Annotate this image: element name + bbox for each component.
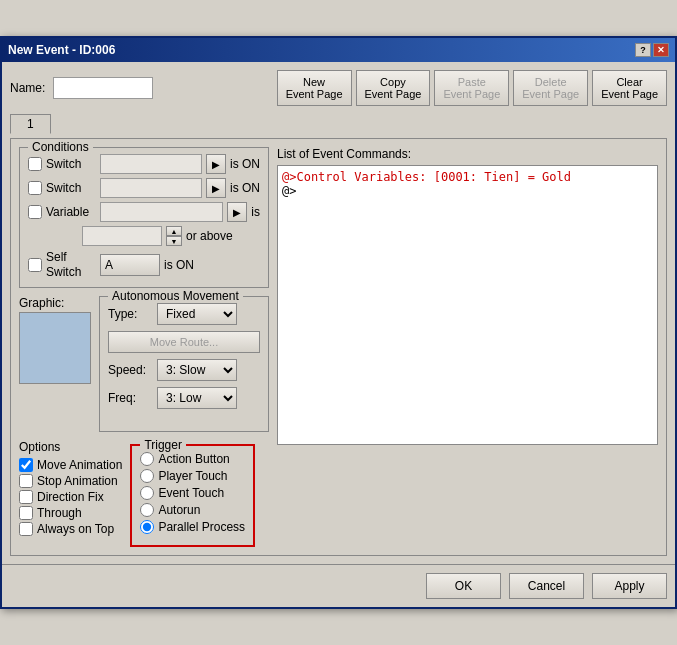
trigger-autorun-row: Autorun (140, 503, 245, 517)
trigger-autorun-label: Autorun (158, 503, 200, 517)
clear-event-page-button[interactable]: Clear Event Page (592, 70, 667, 106)
right-panel: List of Event Commands: @>Control Variab… (277, 147, 658, 547)
trigger-event-touch-row: Event Touch (140, 486, 245, 500)
spinner-down[interactable]: ▼ (166, 236, 182, 246)
option-direction-fix: Direction Fix (19, 490, 122, 504)
self-switch-select[interactable]: A (100, 254, 160, 276)
window-title: New Event - ID:006 (8, 43, 115, 57)
spinner-up[interactable]: ▲ (166, 226, 182, 236)
switch2-is-on: is ON (230, 181, 260, 195)
option-through: Through (19, 506, 122, 520)
graphic-box: Graphic: (19, 296, 91, 432)
always-on-top-checkbox[interactable] (19, 522, 33, 536)
switch2-label: Switch (46, 181, 96, 195)
trigger-parallel-process-label: Parallel Process (158, 520, 245, 534)
switch1-arrow[interactable]: ▶ (206, 154, 226, 174)
main-window: New Event - ID:006 ? ✕ Name: EV006 New E… (0, 36, 677, 609)
switch2-arrow[interactable]: ▶ (206, 178, 226, 198)
options-title: Options (19, 440, 122, 454)
trigger-box: Trigger Action Button Player Touch Event… (130, 444, 255, 547)
name-input[interactable]: EV006 (53, 77, 153, 99)
type-label: Type: (108, 307, 153, 321)
ok-button[interactable]: OK (426, 573, 501, 599)
event-list-header: List of Event Commands: (277, 147, 658, 161)
number-field[interactable] (82, 226, 162, 246)
trigger-title: Trigger (140, 438, 186, 452)
freq-label: Freq: (108, 391, 153, 405)
event-line-1: @>Control Variables: [0001: Tien] = Gold (282, 170, 653, 184)
speed-label: Speed: (108, 363, 153, 377)
self-switch-checkbox[interactable] (28, 258, 42, 272)
toolbar: New Event Page Copy Event Page Paste Eve… (277, 70, 667, 106)
switch2-checkbox[interactable] (28, 181, 42, 195)
variable-checkbox[interactable] (28, 205, 42, 219)
content-area: Name: EV006 New Event Page Copy Event Pa… (2, 62, 675, 564)
graphic-label: Graphic: (19, 296, 91, 310)
condition-switch2-row: Switch ▶ is ON (28, 178, 260, 198)
trigger-player-touch-row: Player Touch (140, 469, 245, 483)
variable-field[interactable] (100, 202, 223, 222)
cancel-button[interactable]: Cancel (509, 573, 584, 599)
autonomous-group: Autonomous Movement Type: Fixed Move Rou… (99, 296, 269, 432)
help-button[interactable]: ? (635, 43, 651, 57)
trigger-parallel-process-row: Parallel Process (140, 520, 245, 534)
event-line-2: @> (282, 184, 653, 198)
trigger-event-touch-label: Event Touch (158, 486, 224, 500)
trigger-action-button-row: Action Button (140, 452, 245, 466)
direction-fix-checkbox[interactable] (19, 490, 33, 504)
tab-1[interactable]: 1 (10, 114, 51, 134)
event-list[interactable]: @>Control Variables: [0001: Tien] = Gold… (277, 165, 658, 445)
trigger-autorun-radio[interactable] (140, 503, 154, 517)
switch1-checkbox[interactable] (28, 157, 42, 171)
copy-event-page-button[interactable]: Copy Event Page (356, 70, 431, 106)
speed-select[interactable]: 3: Slow (157, 359, 237, 381)
stop-animation-label: Stop Animation (37, 474, 118, 488)
switch1-label: Switch (46, 157, 96, 171)
new-event-page-button[interactable]: New Event Page (277, 70, 352, 106)
move-animation-checkbox[interactable] (19, 458, 33, 472)
left-panel: Conditions Switch ▶ is ON Switch (19, 147, 269, 547)
conditions-group: Conditions Switch ▶ is ON Switch (19, 147, 269, 288)
trigger-action-button-radio[interactable] (140, 452, 154, 466)
condition-variable-row: Variable ▶ is (28, 202, 260, 222)
freq-select[interactable]: 3: Low (157, 387, 237, 409)
conditions-title: Conditions (28, 140, 93, 154)
move-route-row: Move Route... (108, 331, 260, 353)
tabs-row: 1 (10, 114, 667, 134)
trigger-player-touch-label: Player Touch (158, 469, 227, 483)
option-move-animation: Move Animation (19, 458, 122, 472)
options-section: Options Move Animation Stop Animation Di… (19, 440, 122, 547)
self-switch-is-on: is ON (164, 258, 194, 272)
move-route-button[interactable]: Move Route... (108, 331, 260, 353)
type-select[interactable]: Fixed (157, 303, 237, 325)
variable-arrow[interactable]: ▶ (227, 202, 247, 222)
variable-is: is (251, 205, 260, 219)
title-bar-buttons: ? ✕ (635, 43, 669, 57)
self-switch-label: SelfSwitch (46, 250, 96, 279)
trigger-parallel-process-radio[interactable] (140, 520, 154, 534)
autonomous-title: Autonomous Movement (108, 289, 243, 303)
or-above: or above (186, 229, 233, 243)
paste-event-page-button[interactable]: Paste Event Page (434, 70, 509, 106)
always-on-top-label: Always on Top (37, 522, 114, 536)
title-bar: New Event - ID:006 ? ✕ (2, 38, 675, 62)
stop-animation-checkbox[interactable] (19, 474, 33, 488)
trigger-event-touch-radio[interactable] (140, 486, 154, 500)
graphic-section: Graphic: Autonomous Movement Type: Fixed (19, 296, 269, 432)
speed-row: Speed: 3: Slow (108, 359, 260, 381)
option-stop-animation: Stop Animation (19, 474, 122, 488)
switch2-field[interactable] (100, 178, 202, 198)
freq-row: Freq: 3: Low (108, 387, 260, 409)
variable-label: Variable (46, 205, 96, 219)
graphic-preview[interactable] (19, 312, 91, 384)
delete-event-page-button[interactable]: Delete Event Page (513, 70, 588, 106)
close-button[interactable]: ✕ (653, 43, 669, 57)
through-checkbox[interactable] (19, 506, 33, 520)
trigger-player-touch-radio[interactable] (140, 469, 154, 483)
switch1-field[interactable] (100, 154, 202, 174)
name-label: Name: (10, 81, 45, 95)
name-toolbar-row: Name: EV006 New Event Page Copy Event Pa… (10, 70, 667, 106)
options-trigger-row: Options Move Animation Stop Animation Di… (19, 440, 269, 547)
option-always-on-top: Always on Top (19, 522, 122, 536)
apply-button[interactable]: Apply (592, 573, 667, 599)
